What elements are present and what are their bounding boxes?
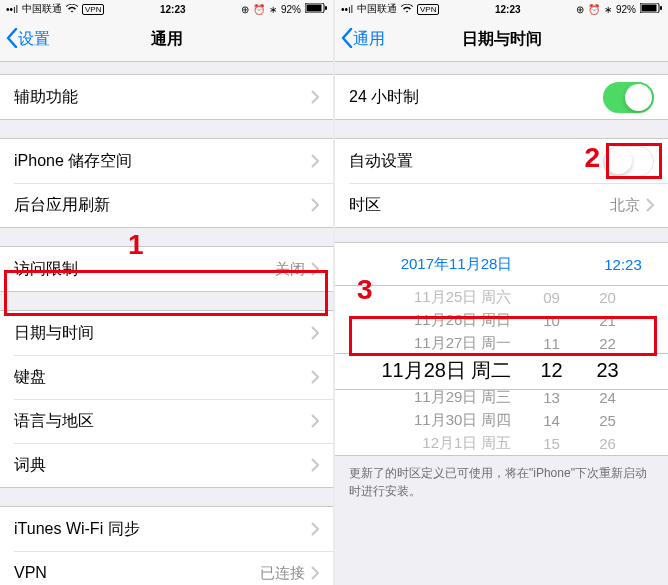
timezone-footnote: 更新了的时区定义已可使用，将在"iPhone"下次重新启动时进行安装。 [335,456,668,508]
orientation-lock-icon: ⊕ [241,4,249,15]
status-bar: ••ıl 中国联通 VPN 12:23 ⊕ ⏰ ∗ 92% [0,0,333,18]
nav-bar: 通用 日期与时间 [335,18,668,62]
row-background-refresh[interactable]: 后台应用刷新 [0,183,333,227]
status-time: 12:23 [160,4,186,15]
chevron-right-icon [311,458,319,472]
carrier-label: 中国联通 [22,2,62,16]
row-keyboard[interactable]: 键盘 [0,355,333,399]
row-language-region[interactable]: 语言与地区 [0,399,333,443]
chevron-right-icon [311,566,319,580]
date-display-bar[interactable]: 2017年11月28日 12:23 [335,242,668,286]
chevron-right-icon [311,326,319,340]
back-button[interactable]: 通用 [335,28,385,52]
row-24hour: 24 小时制 [335,75,668,119]
chevron-right-icon [311,522,319,536]
scroll-content[interactable]: 24 小时制 自动设置 时区 北京 2017年11月28日 12:23 11月2… [335,62,668,585]
switch-24hour[interactable] [603,82,654,113]
status-time: 12:23 [495,4,521,15]
chevron-right-icon [311,414,319,428]
picker-row: 11月25日 周六0920 [335,286,668,309]
row-accessibility[interactable]: 辅助功能 [0,75,333,119]
switch-auto-set[interactable] [603,146,654,177]
back-label: 设置 [18,29,50,50]
nav-bar: 设置 通用 [0,18,333,62]
timezone-value: 北京 [610,196,640,215]
picker-row: 11月29日 周三1324 [335,385,668,408]
svg-rect-5 [660,6,662,10]
screen-date-time: ••ıl 中国联通 VPN 12:23 ⊕ ⏰ ∗ 92% 通用 日期与时间 [335,0,668,585]
scroll-content[interactable]: 辅助功能 iPhone 储存空间 后台应用刷新 访问限制 关闭 日期与时间 [0,62,333,585]
row-itunes-wifi-sync[interactable]: iTunes Wi-Fi 同步 [0,507,333,551]
battery-icon [640,3,662,15]
battery-percent: 92% [616,4,636,15]
picker-row: 11月30日 周四1425 [335,409,668,432]
row-timezone[interactable]: 时区 北京 [335,183,668,227]
chevron-right-icon [311,154,319,168]
picker-row-selected: 11月28日 周二1223 [335,356,668,386]
alarm-icon: ⏰ [253,4,265,15]
chevron-left-icon [341,28,353,52]
back-label: 通用 [353,29,385,50]
battery-icon [305,3,327,15]
signal-icon: ••ıl [341,4,353,15]
carrier-label: 中国联通 [357,2,397,16]
picker-row: 11月27日 周一1122 [335,332,668,355]
screen-settings-general: ••ıl 中国联通 VPN 12:23 ⊕ ⏰ ∗ 92% 设置 通用 辅助 [0,0,333,585]
row-date-time[interactable]: 日期与时间 [0,311,333,355]
chevron-right-icon [311,370,319,384]
orientation-lock-icon: ⊕ [576,4,584,15]
chevron-right-icon [646,198,654,212]
svg-rect-1 [307,5,322,12]
bluetooth-icon: ∗ [269,4,277,15]
row-vpn[interactable]: VPN 已连接 [0,551,333,585]
picker-row: 11月26日 周日1021 [335,309,668,332]
chevron-right-icon [311,262,319,276]
battery-percent: 92% [281,4,301,15]
row-restrictions[interactable]: 访问限制 关闭 [0,247,333,291]
row-auto-set: 自动设置 [335,139,668,183]
svg-rect-2 [325,6,327,10]
vpn-value: 已连接 [260,564,305,583]
wifi-icon [66,4,78,15]
row-iphone-storage[interactable]: iPhone 储存空间 [0,139,333,183]
status-bar: ••ıl 中国联通 VPN 12:23 ⊕ ⏰ ∗ 92% [335,0,668,18]
bluetooth-icon: ∗ [604,4,612,15]
datetime-picker[interactable]: 11月25日 周六0920 11月26日 周日1021 11月27日 周一112… [335,286,668,456]
chevron-left-icon [6,28,18,52]
row-dictionary[interactable]: 词典 [0,443,333,487]
chevron-right-icon [311,198,319,212]
signal-icon: ••ıl [6,4,18,15]
restrictions-value: 关闭 [275,260,305,279]
wifi-icon [401,4,413,15]
vpn-badge: VPN [82,4,104,15]
current-date: 2017年11月28日 [335,255,578,274]
current-time: 12:23 [578,256,668,273]
alarm-icon: ⏰ [588,4,600,15]
back-button[interactable]: 设置 [0,28,50,52]
svg-rect-4 [642,5,657,12]
picker-row: 12月1日 周五1526 [335,432,668,455]
vpn-badge: VPN [417,4,439,15]
chevron-right-icon [311,90,319,104]
